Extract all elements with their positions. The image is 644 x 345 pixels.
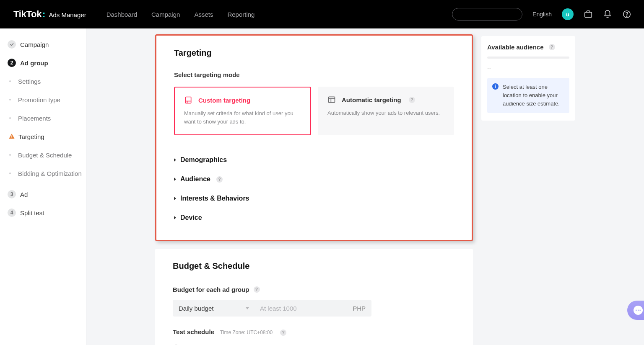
accordion-demographics[interactable]: Demographics — [174, 150, 454, 170]
logo-main-text: TikTok — [13, 9, 42, 20]
budget-amount-input[interactable] — [255, 300, 347, 317]
logo[interactable]: TikTok: Ads Manager — [13, 9, 86, 20]
automatic-targeting-icon — [327, 95, 336, 104]
avatar[interactable]: u — [562, 8, 574, 20]
nav-reporting[interactable]: Reporting — [227, 11, 254, 18]
svg-rect-5 — [185, 97, 191, 103]
audience-value: -- — [487, 64, 569, 71]
targeting-mode-label: Select targeting mode — [174, 71, 454, 78]
svg-rect-3 — [11, 135, 12, 137]
svg-rect-8 — [329, 97, 335, 102]
sidebar-item-ad[interactable]: 3 Ad — [0, 185, 86, 203]
targeting-card: Targeting Select targeting mode Custom t… — [155, 34, 473, 241]
sidebar-sub-targeting[interactable]: Targeting — [0, 127, 86, 146]
warning-icon — [8, 133, 15, 140]
nav-dashboard[interactable]: Dashboard — [106, 11, 137, 18]
step-number-2: 2 — [8, 59, 16, 67]
help-icon[interactable] — [622, 10, 631, 19]
sidebar-sub-settings[interactable]: Settings — [0, 72, 86, 90]
sidebar-sub-bidding[interactable]: Bidding & Optimization — [0, 164, 86, 183]
nav-assets[interactable]: Assets — [194, 11, 213, 18]
sidebar-label-ad: Ad — [20, 191, 28, 198]
chat-icon: ⋯ — [634, 306, 643, 315]
budget-card: Budget & Schedule Budget for each ad gro… — [155, 249, 473, 345]
check-icon — [8, 40, 16, 49]
top-nav: Dashboard Campaign Assets Reporting — [106, 11, 255, 18]
dot-icon — [9, 80, 11, 82]
sidebar-item-adgroup[interactable]: 2 Ad group — [0, 54, 86, 72]
sidebar-item-campaign[interactable]: Campaign — [0, 35, 86, 54]
panel-title: Available audience — [487, 44, 544, 51]
briefcase-icon[interactable] — [584, 10, 593, 19]
sidebar-sub-promotion[interactable]: Promotion type — [0, 90, 86, 109]
audience-bar — [487, 57, 569, 59]
budget-currency: PHP — [347, 305, 371, 312]
budget-input-row: Daily budget PHP — [173, 300, 371, 317]
sidebar-sub-placements[interactable]: Placements — [0, 109, 86, 127]
info-circle-icon: i — [492, 83, 499, 90]
nav-campaign[interactable]: Campaign — [151, 11, 180, 18]
mode-option-custom[interactable]: Custom targeting Manually set criteria f… — [174, 87, 311, 135]
schedule-label: Test schedule — [173, 328, 214, 335]
info-icon[interactable]: ? — [409, 97, 415, 103]
dot-icon — [9, 154, 11, 156]
sidebar-item-split[interactable]: 4 Split test — [0, 203, 86, 222]
bell-icon[interactable] — [603, 10, 612, 19]
step-number-3: 3 — [8, 190, 16, 198]
custom-targeting-icon — [184, 96, 192, 104]
main-content: Targeting Select targeting mode Custom t… — [86, 28, 644, 345]
schedule-timezone: Time Zone: UTC+08:00 — [220, 330, 273, 335]
info-icon[interactable]: ? — [216, 176, 223, 183]
logo-sub-text: Ads Manager — [49, 11, 86, 18]
caret-right-icon — [174, 158, 176, 162]
logo-colon-icon: : — [42, 9, 45, 20]
audience-info-message: i Select at least one location to enable… — [487, 78, 569, 113]
custom-desc: Manually set criteria for what kind of u… — [184, 109, 301, 126]
account-selector[interactable] — [452, 8, 522, 21]
auto-title: Automatic targeting — [342, 96, 401, 103]
svg-point-2 — [626, 16, 627, 16]
budget-type-select[interactable]: Daily budget — [173, 300, 255, 317]
info-icon[interactable]: ? — [280, 330, 286, 336]
accordion-interests[interactable]: Interests & Behaviors — [174, 189, 454, 208]
caret-right-icon — [174, 216, 176, 219]
caret-right-icon — [174, 197, 176, 200]
dot-icon — [9, 117, 11, 119]
accordion-device[interactable]: Device — [174, 208, 454, 227]
audience-msg-text: Select at least one location to enable y… — [503, 83, 564, 108]
sidebar: Campaign 2 Ad group Settings Promotion t… — [0, 28, 86, 345]
svg-rect-0 — [585, 12, 592, 17]
custom-title: Custom targeting — [198, 97, 250, 104]
dot-icon — [9, 172, 11, 174]
dot-icon — [9, 99, 11, 100]
info-icon[interactable]: ? — [254, 286, 260, 293]
step-number-4: 4 — [8, 209, 16, 217]
budget-label: Budget for each ad group — [173, 286, 249, 293]
mode-option-automatic[interactable]: Automatic targeting ? Automatically show… — [318, 87, 454, 135]
targeting-title: Targeting — [174, 48, 454, 58]
caret-right-icon — [174, 178, 176, 181]
svg-rect-4 — [11, 137, 12, 138]
sidebar-label-campaign: Campaign — [20, 41, 49, 48]
auto-desc: Automatically show your ads to relevant … — [327, 109, 444, 117]
sidebar-label-adgroup: Ad group — [20, 59, 48, 67]
header-right: English u — [452, 8, 631, 21]
language-selector[interactable]: English — [532, 11, 552, 18]
info-icon[interactable]: ? — [549, 44, 555, 50]
sidebar-label-split: Split test — [20, 209, 44, 216]
accordion-audience[interactable]: Audience ? — [174, 170, 454, 189]
sidebar-sub-budget[interactable]: Budget & Schedule — [0, 146, 86, 164]
chat-button[interactable]: ⋯ — [627, 301, 644, 320]
top-header: TikTok: Ads Manager Dashboard Campaign A… — [0, 0, 644, 28]
budget-title: Budget & Schedule — [173, 261, 455, 271]
audience-panel: Available audience ? -- i Select at leas… — [481, 36, 575, 121]
